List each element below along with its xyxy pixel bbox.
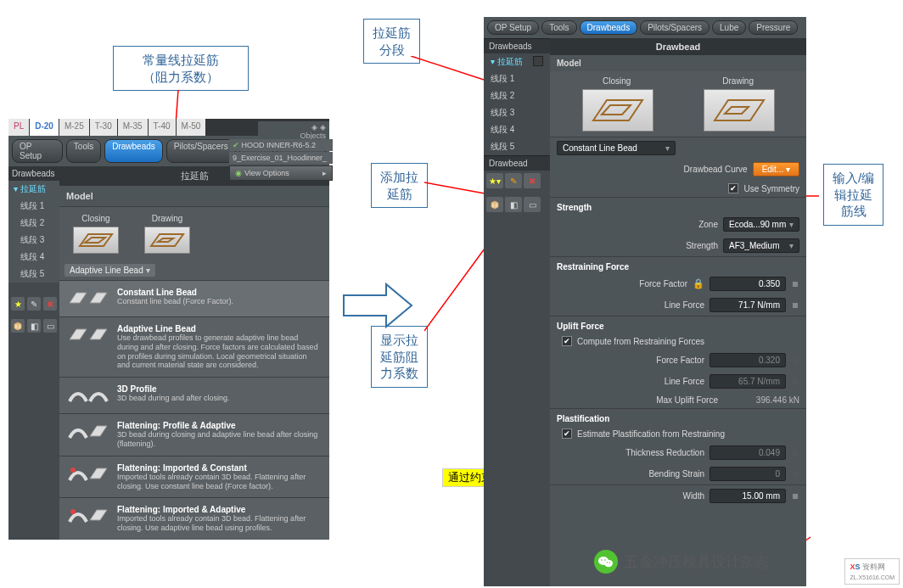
pill-tools[interactable]: Tools xyxy=(66,139,101,163)
rp-zone-field[interactable]: Ecoda...90 mm xyxy=(723,217,799,232)
rp-edit-btn[interactable]: Edit... xyxy=(753,162,799,176)
side-root[interactable]: ▾ 拉延筋 xyxy=(8,181,59,198)
bead-constant[interactable]: Constant Line Bead Constant line bead (F… xyxy=(59,280,329,316)
pill-drawbeads[interactable]: Drawbeads xyxy=(104,139,163,163)
bead-flat-ia-title: Flattening: Imported & Adaptive xyxy=(117,505,321,514)
rp-lf-field[interactable]: 71.7 N/mm xyxy=(710,298,786,312)
cube-icon[interactable] xyxy=(486,197,503,212)
rp-side-item-3[interactable]: 线段 3 xyxy=(484,104,550,121)
bead-constant-title: Constant Line Bead xyxy=(117,288,321,297)
rp-side-item-5[interactable]: 线段 5 xyxy=(484,138,550,155)
rp-pill-drawbeads[interactable]: Drawbeads xyxy=(580,20,638,35)
bead-flat-ic[interactable]: Flattening: Imported & Constant Imported… xyxy=(59,456,329,498)
rp-side-bot[interactable]: Drawbead xyxy=(484,155,550,171)
add-icon[interactable]: ★▾ xyxy=(486,173,503,188)
rp-sym-label: Use Symmetry xyxy=(743,184,799,193)
rp-sec-restrain: Restraining Force xyxy=(550,256,806,273)
anno-text: 显示拉 延筋阻 力系数 xyxy=(380,333,418,380)
model-header: Model xyxy=(59,186,329,207)
delete-icon[interactable]: ✖ xyxy=(524,173,541,188)
wechat-icon xyxy=(594,550,618,574)
rp-drawing-img xyxy=(704,89,775,132)
rp-ulf-field: 65.7 N/mm xyxy=(710,374,786,389)
palette-icon[interactable]: ◧ xyxy=(27,319,41,333)
svg-point-26 xyxy=(604,559,606,561)
palette-icon[interactable]: ◧ xyxy=(505,197,522,212)
rp-est-check[interactable]: ✔ xyxy=(562,428,572,439)
pencil-icon[interactable]: ✎ xyxy=(27,297,41,311)
rp-drawing-cap: Drawing xyxy=(722,76,754,86)
slider-icon[interactable] xyxy=(791,280,799,288)
check-exercise[interactable]: 9_Exercise_01_Hoodinner_ xyxy=(229,152,333,164)
anno-constant-line-bead: 常量线拉延筋 （阻力系数） xyxy=(113,46,249,91)
rp-type-dropdown[interactable]: Constant Line Bead xyxy=(557,141,676,155)
rp-thick-label: Thickness Reduction xyxy=(625,448,704,457)
tab-m35[interactable]: M-35 xyxy=(118,119,148,136)
side-item-5[interactable]: 线段 5 xyxy=(8,266,59,283)
rp-curve-row: Drawbead Curve Edit... xyxy=(550,159,806,180)
bead-flat-pa-title: Flattening: Profile & Adaptive xyxy=(117,421,321,430)
rp-strength-label: Strength xyxy=(686,241,718,250)
bead-flat-ia[interactable]: Flattening: Imported & Adaptive Imported… xyxy=(59,497,329,540)
check-hood[interactable]: HOOD INNER-R6-5.2 xyxy=(229,139,333,151)
edit-icon[interactable]: ✎ xyxy=(505,173,522,188)
big-arrow xyxy=(339,280,416,331)
rp-closing-cap: Closing xyxy=(603,76,631,86)
rp-curve-label: Drawbead Curve xyxy=(684,165,748,174)
rp-side-item-2[interactable]: 线段 2 xyxy=(484,87,550,104)
tab-t30[interactable]: T-30 xyxy=(90,119,117,136)
tab-pl[interactable]: PL xyxy=(8,119,29,136)
drawing-img xyxy=(144,227,190,254)
rp-tool-row: ★▾ ✎ ✖ xyxy=(484,171,550,191)
anno-add-bead: 添加拉 延筋 xyxy=(371,163,428,208)
rp-pill-lube[interactable]: Lube xyxy=(712,20,746,35)
bead-flat-pa-icon xyxy=(68,421,109,443)
rp-compute-label: Compute from Restraining Forces xyxy=(577,337,704,346)
tab-t40[interactable]: T-40 xyxy=(149,119,176,136)
bead-adaptive[interactable]: Adaptive Line Bead Use drawbead profiles… xyxy=(59,316,329,377)
rp-pill-tools[interactable]: Tools xyxy=(541,20,576,35)
slider-icon[interactable] xyxy=(791,301,799,310)
tab-m25[interactable]: M-25 xyxy=(59,119,89,136)
rp-compute-check[interactable]: ✔ xyxy=(562,336,572,346)
star-icon[interactable]: ★ xyxy=(11,297,25,311)
view-options-btn[interactable]: ◉View Options▸ xyxy=(229,165,333,181)
bead-flat-ia-desc: Imported tools already contain 3D bead. … xyxy=(117,514,321,533)
pill-opsetup[interactable]: OP Setup xyxy=(12,139,63,163)
left-main: 拉延筋 Model Closing Drawing Adaptive Line xyxy=(59,166,329,540)
rp-sym-check[interactable]: ✔ xyxy=(728,183,738,193)
rp-zone-label: Zone xyxy=(698,220,718,229)
rp-uff-row: Force Factor 0.320 xyxy=(550,350,806,371)
tab-m50[interactable]: M-50 xyxy=(177,119,206,136)
tab-d20[interactable]: D-20 xyxy=(30,119,59,136)
root-vis-box[interactable] xyxy=(533,56,543,66)
bead-3dprofile[interactable]: 3D Profile 3D bead during and after clos… xyxy=(59,377,329,413)
bead-type-dropdown[interactable]: Adaptive Line Bead xyxy=(64,264,155,277)
side-item-2[interactable]: 线段 2 xyxy=(8,215,59,232)
extra-icon[interactable]: ▭ xyxy=(43,319,57,333)
extra-icon[interactable]: ▭ xyxy=(524,197,541,212)
side-item-1[interactable]: 线段 1 xyxy=(8,198,59,215)
rp-side-item-1[interactable]: 线段 1 xyxy=(484,70,550,87)
rp-strength-field[interactable]: AF3_Medium xyxy=(723,238,799,253)
rp-pill-pressure[interactable]: Pressure xyxy=(749,20,798,35)
bead-3dprofile-desc: 3D bead during and after closing. xyxy=(117,394,321,403)
bead-flat-pa[interactable]: Flattening: Profile & Adaptive 3D bead d… xyxy=(59,413,329,456)
rp-pill-opsetup[interactable]: OP Setup xyxy=(487,20,539,35)
rp-pill-pilots[interactable]: Pilots/Spacers xyxy=(640,20,710,35)
slider-icon[interactable] xyxy=(791,492,799,501)
rp-width-label: Width xyxy=(682,491,704,501)
pill-pilots[interactable]: Pilots/Spacers xyxy=(166,139,236,163)
cube-icon[interactable] xyxy=(11,319,25,333)
bead-flat-ic-desc: Imported tools already contain 3D bead. … xyxy=(117,473,321,491)
side-item-3[interactable]: 线段 3 xyxy=(8,232,59,249)
delete-icon[interactable]: ✖ xyxy=(43,297,57,311)
rp-ff-field[interactable]: 0.350 xyxy=(710,277,786,291)
closing-cap: Closing xyxy=(73,214,119,223)
rp-side-item-4[interactable]: 线段 4 xyxy=(484,121,550,138)
rp-width-field[interactable]: 15.00 mm xyxy=(710,489,786,503)
rp-side-root[interactable]: ▾ 拉延筋 xyxy=(484,53,550,70)
anno-edit-curve: 输入/编 辑拉延 筋线 xyxy=(823,164,883,226)
side-item-4[interactable]: 线段 4 xyxy=(8,249,59,266)
lock-icon[interactable]: 🔒 xyxy=(693,278,704,289)
